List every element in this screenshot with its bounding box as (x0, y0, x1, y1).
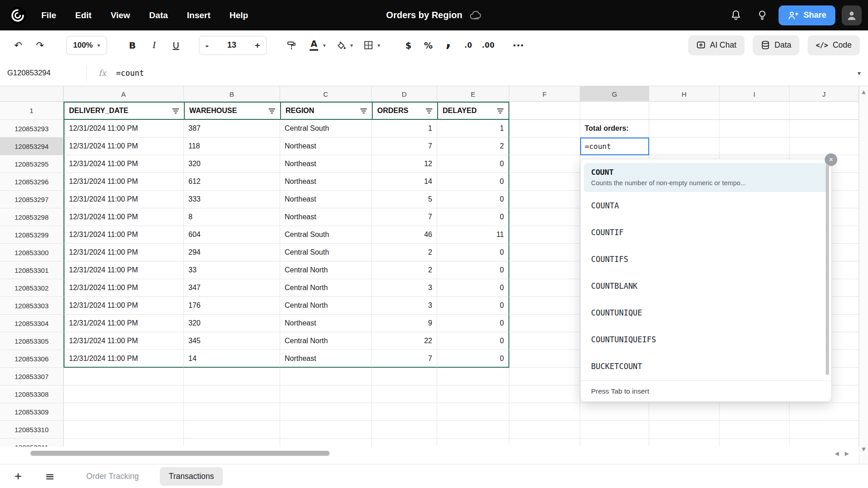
column-header-G[interactable]: G (580, 86, 649, 102)
cell-F-120853297[interactable] (509, 191, 580, 208)
cell-B-120853309[interactable] (184, 403, 280, 421)
cell-D-120853293[interactable]: 1 (372, 120, 437, 138)
cell-I-120853294[interactable] (720, 138, 789, 155)
filter-icon[interactable] (497, 108, 504, 114)
cell-E-120853296[interactable]: 0 (437, 173, 509, 191)
column-header-E[interactable]: E (437, 86, 509, 102)
cell-A-120853307[interactable] (64, 368, 184, 385)
cell-J-120853294[interactable] (789, 138, 859, 155)
cell-F-120853293[interactable] (509, 120, 580, 138)
cell-B-120853308[interactable] (184, 385, 280, 403)
row-header-120853308[interactable]: 120853308 (0, 385, 64, 403)
cell-F-120853307[interactable] (509, 368, 580, 385)
cell-A-120853301[interactable]: 12/31/2024 11:00 PM (64, 261, 184, 279)
cell-E-120853295[interactable]: 0 (437, 155, 509, 173)
active-cell-editor[interactable]: =count (580, 138, 649, 155)
cell-A-120853306[interactable]: 12/31/2024 11:00 PM (64, 350, 184, 368)
row-header-120853302[interactable]: 120853302 (0, 279, 64, 297)
autocomplete-item-countif[interactable]: COUNTIF (581, 219, 831, 246)
table-header-orders[interactable]: ORDERS (372, 102, 437, 120)
cell-I-120853310[interactable] (720, 421, 789, 439)
cell-D-120853303[interactable]: 3 (372, 297, 437, 315)
cell-F-120853302[interactable] (509, 279, 580, 297)
cell-F-120853308[interactable] (509, 385, 580, 403)
autocomplete-item-countblank[interactable]: COUNTBLANK (581, 272, 831, 299)
row-header-120853309[interactable]: 120853309 (0, 403, 64, 421)
font-size-value[interactable]: 13 (227, 40, 236, 50)
percent-format-button[interactable]: % (419, 35, 439, 55)
table-header-region[interactable]: REGION (280, 102, 372, 120)
cell-H-1[interactable] (649, 102, 720, 120)
cell-G-1[interactable] (580, 102, 649, 120)
column-header-C[interactable]: C (280, 86, 372, 102)
cell-E-120853307[interactable] (437, 368, 509, 385)
cell-D-120853309[interactable] (372, 403, 437, 421)
cell-C-120853293[interactable]: Central South (280, 120, 372, 138)
cell-A-120853295[interactable]: 12/31/2024 11:00 PM (64, 155, 184, 173)
cell-E-120853294[interactable]: 2 (437, 138, 509, 155)
cell-C-120853308[interactable] (280, 385, 372, 403)
column-header-J[interactable]: J (789, 86, 859, 102)
cell-C-120853302[interactable]: Central North (280, 279, 372, 297)
cell-B-120853310[interactable] (184, 421, 280, 439)
row-header-120853296[interactable]: 120853296 (0, 173, 64, 191)
close-icon[interactable]: × (825, 153, 837, 166)
menu-insert[interactable]: Insert (178, 10, 220, 20)
cell-H-120853309[interactable] (649, 403, 720, 421)
cell-D-120853301[interactable]: 2 (372, 261, 437, 279)
italic-button[interactable]: I (144, 35, 164, 55)
increase-decimal-button[interactable]: .00 (478, 35, 498, 55)
sheet-tab-order-tracking[interactable]: Order Tracking (77, 467, 148, 486)
cell-B-120853304[interactable]: 320 (184, 315, 280, 332)
cell-C-120853305[interactable]: Central North (280, 332, 372, 350)
row-header-120853307[interactable]: 120853307 (0, 368, 64, 385)
formula-bar-expand-icon[interactable]: ▾ (858, 69, 861, 77)
cell-H-120853310[interactable] (649, 421, 720, 439)
paint-format-icon[interactable] (281, 35, 301, 55)
cell-F-120853295[interactable] (509, 155, 580, 173)
code-button[interactable]: </> Code (808, 35, 860, 55)
cell-E-120853299[interactable]: 11 (437, 226, 509, 244)
filter-icon[interactable] (172, 108, 179, 114)
row-header-120853301[interactable]: 120853301 (0, 261, 64, 279)
cell-D-120853306[interactable]: 7 (372, 350, 437, 368)
cell-C-120853300[interactable]: Central South (280, 244, 372, 261)
cell-D-120853294[interactable]: 7 (372, 138, 437, 155)
row-header-120853306[interactable]: 120853306 (0, 350, 64, 368)
menu-help[interactable]: Help (220, 10, 258, 20)
data-button[interactable]: Data (753, 35, 799, 55)
cell-A-120853305[interactable]: 12/31/2024 11:00 PM (64, 332, 184, 350)
cell-F-1[interactable] (509, 102, 580, 120)
column-header-A[interactable]: A (64, 86, 184, 102)
cell-A-120853310[interactable] (64, 421, 184, 439)
cell-C-120853301[interactable]: Central North (280, 261, 372, 279)
row-header-120853303[interactable]: 120853303 (0, 297, 64, 315)
cell-J-1[interactable] (789, 102, 859, 120)
cell-J-120853310[interactable] (789, 421, 859, 439)
cell-F-120853310[interactable] (509, 421, 580, 439)
share-button[interactable]: Share (779, 5, 835, 25)
vertical-scrollbar[interactable]: ▲ ▼ (859, 86, 868, 464)
cell-B-120853300[interactable]: 294 (184, 244, 280, 261)
cell-D-120853299[interactable]: 46 (372, 226, 437, 244)
cell-B-120853293[interactable]: 387 (184, 120, 280, 138)
column-header-D[interactable]: D (372, 86, 437, 102)
cell-B-120853298[interactable]: 8 (184, 208, 280, 226)
decrease-decimal-button[interactable]: .0 (459, 35, 478, 55)
cell-F-120853294[interactable] (509, 138, 580, 155)
cell-B-120853305[interactable]: 345 (184, 332, 280, 350)
scroll-left-icon[interactable]: ◀ (835, 450, 839, 457)
cell-C-120853294[interactable]: Northeast (280, 138, 372, 155)
filter-icon[interactable] (268, 108, 276, 114)
cell-A-120853300[interactable]: 12/31/2024 11:00 PM (64, 244, 184, 261)
cell-F-120853300[interactable] (509, 244, 580, 261)
menu-view[interactable]: View (101, 10, 140, 20)
cell-I-120853309[interactable] (720, 403, 789, 421)
scroll-up-icon[interactable]: ▲ (859, 89, 868, 95)
autocomplete-item-countuniqueifs[interactable]: COUNTUNIQUEIFS (581, 326, 831, 353)
cell-E-120853305[interactable]: 0 (437, 332, 509, 350)
row-header-120853304[interactable]: 120853304 (0, 315, 64, 332)
cell-E-120853303[interactable]: 0 (437, 297, 509, 315)
fill-color-icon[interactable] (333, 35, 350, 55)
autocomplete-item-counta[interactable]: COUNTA (581, 192, 831, 219)
